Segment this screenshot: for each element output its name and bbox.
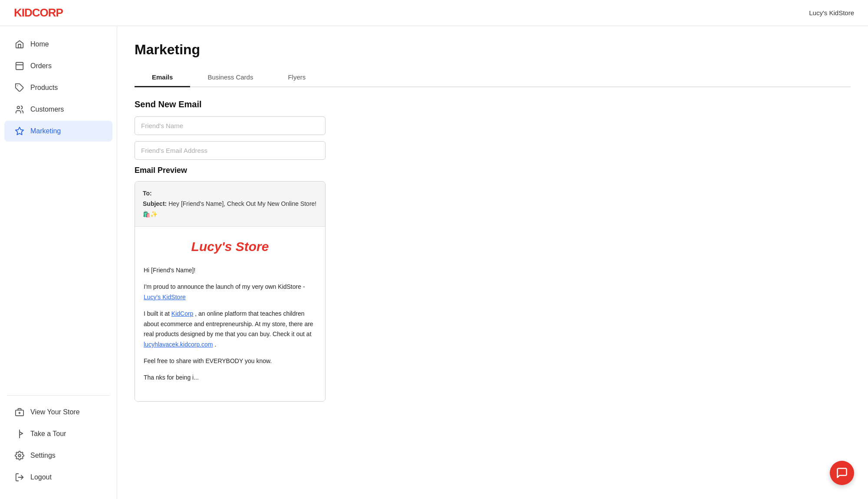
home-icon	[15, 40, 24, 49]
app-header: KIDCORP Lucy's KidStore	[0, 0, 868, 26]
main-content: Marketing Emails Business Cards Flyers S…	[117, 26, 868, 499]
email-subject-value: Hey [Friend's Name], Check Out My New On…	[143, 200, 316, 218]
email-para4: Tha nks for being i...	[144, 373, 316, 383]
kidcorp-link[interactable]: KidCorp	[171, 310, 194, 317]
products-icon	[15, 83, 24, 93]
sidebar-item-marketing[interactable]: Marketing	[4, 121, 112, 142]
tab-flyers[interactable]: Flyers	[270, 68, 323, 87]
svg-point-2	[17, 106, 20, 109]
sidebar-item-settings[interactable]: Settings	[4, 445, 112, 466]
marketing-icon	[15, 126, 24, 136]
sidebar-item-view-store[interactable]: View Your Store	[4, 402, 112, 423]
send-email-title: Send New Email	[135, 99, 851, 109]
tab-emails[interactable]: Emails	[135, 68, 190, 87]
sidebar-item-label: Take a Tour	[30, 430, 66, 438]
email-para3: Feel free to share with EVERYBODY you kn…	[144, 356, 316, 367]
sidebar-item-label: Products	[30, 84, 58, 92]
sidebar-item-label: View Your Store	[30, 408, 80, 416]
to-label: To:	[143, 190, 152, 197]
store-url-link[interactable]: lucyhlavacek.kidcorp.com	[144, 341, 213, 348]
sidebar-item-take-tour[interactable]: Take a Tour	[4, 423, 112, 444]
subject-label: Subject:	[143, 200, 167, 207]
sidebar-item-label: Customers	[30, 106, 64, 113]
email-preview-title: Email Preview	[135, 166, 851, 175]
chat-button[interactable]	[830, 461, 854, 485]
sidebar-item-label: Home	[30, 40, 49, 48]
sidebar-nav: Home Orders	[0, 33, 117, 390]
email-store-name: Lucy's Store	[144, 235, 316, 258]
sidebar-item-label: Settings	[30, 452, 56, 459]
orders-icon	[15, 61, 24, 71]
sidebar-bottom: View Your Store Take a Tour	[0, 401, 117, 492]
email-preview-header: To: Subject: Hey [Friend's Name], Check …	[135, 182, 325, 227]
sidebar-item-products[interactable]: Products	[4, 77, 112, 98]
sidebar-item-home[interactable]: Home	[4, 34, 112, 55]
sidebar: Home Orders	[0, 26, 117, 499]
page-title: Marketing	[135, 42, 851, 58]
store-icon	[15, 407, 24, 417]
svg-rect-0	[16, 63, 23, 70]
email-subject-line: Subject: Hey [Friend's Name], Check Out …	[143, 199, 317, 220]
email-to-line: To:	[143, 188, 317, 199]
email-body: Lucy's Store Hi [Friend's Name]! I'm pro…	[135, 227, 325, 401]
email-greeting: Hi [Friend's Name]!	[144, 265, 316, 276]
svg-point-8	[18, 454, 21, 457]
email-para1: I'm proud to announce the launch of my v…	[144, 282, 316, 303]
email-para2: I built it at KidCorp , an online platfo…	[144, 309, 316, 350]
sidebar-divider	[7, 395, 110, 396]
svg-marker-3	[16, 127, 23, 135]
tour-icon	[15, 429, 24, 439]
sidebar-item-label: Marketing	[30, 127, 61, 135]
sidebar-item-label: Logout	[30, 473, 52, 481]
tab-bar: Emails Business Cards Flyers	[135, 68, 851, 87]
email-preview-box: To: Subject: Hey [Friend's Name], Check …	[135, 181, 326, 402]
customers-icon	[15, 105, 24, 114]
header-store-name: Lucy's KidStore	[809, 9, 854, 17]
sidebar-item-customers[interactable]: Customers	[4, 99, 112, 120]
friend-name-input[interactable]	[135, 116, 326, 135]
friend-email-input[interactable]	[135, 141, 326, 160]
settings-icon	[15, 451, 24, 460]
logout-icon	[15, 473, 24, 482]
sidebar-item-logout[interactable]: Logout	[4, 467, 112, 488]
app-logo: KIDCORP	[14, 6, 63, 20]
store-link[interactable]: Lucy's KidStore	[144, 294, 186, 301]
sidebar-item-label: Orders	[30, 62, 52, 70]
sidebar-item-orders[interactable]: Orders	[4, 56, 112, 76]
tab-business-cards[interactable]: Business Cards	[190, 68, 270, 87]
